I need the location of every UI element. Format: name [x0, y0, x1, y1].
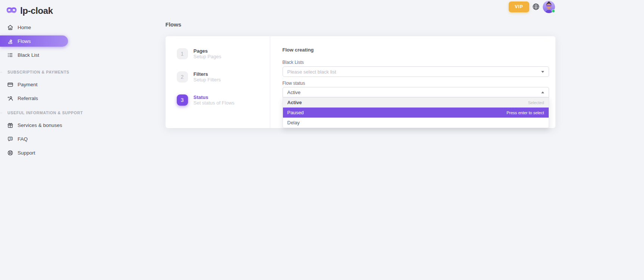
- option-label: Delay: [287, 120, 300, 125]
- flow-status-dropdown: Active Selected Paused Press enter to se…: [283, 97, 549, 128]
- flow-status-value: Active: [287, 90, 541, 95]
- sidebar-item-home[interactable]: Home: [0, 22, 77, 33]
- app-root: lp-cloak Home: [0, 0, 644, 280]
- sidebar-item-faq[interactable]: ?! FAQ: [0, 133, 77, 144]
- black-lists-label: Black Lists: [283, 60, 549, 65]
- step-subtitle: Setup Pages: [194, 54, 221, 59]
- sidebar-section-label: SUBSCRIPTION & PAYMENTS: [7, 70, 69, 74]
- flow-status-label: Flow status: [283, 81, 549, 86]
- step-status[interactable]: 3 Status Set status of Flows: [177, 94, 270, 106]
- step-filters[interactable]: 2 Filters Setup Filters: [177, 71, 270, 83]
- sidebar-item-label: Support: [18, 150, 35, 156]
- sidebar-nav: Home Flows: [0, 22, 77, 158]
- person-add-icon: [7, 95, 13, 102]
- sidebar-item-flows[interactable]: Flows: [0, 35, 68, 47]
- step-subtitle: Set status of Flows: [194, 100, 235, 106]
- gift-icon: [7, 122, 13, 128]
- option-delay[interactable]: Delay: [283, 118, 549, 128]
- flow-creating-form: Flow creating Black Lists Flow status Ac…: [270, 36, 555, 128]
- sidebar-section-subscription: SUBSCRIPTION & PAYMENTS: [0, 69, 77, 75]
- sidebar-item-label: Services & bonuses: [18, 122, 62, 128]
- flows-stack-icon: [7, 38, 13, 44]
- sidebar-item-label: Home: [18, 25, 31, 30]
- main-content: Flows 1 Pages Setup Pages 2 Filters: [77, 0, 644, 128]
- black-lists-input[interactable]: [287, 69, 541, 75]
- sidebar-item-black-list[interactable]: Black List: [0, 49, 77, 60]
- sidebar-item-support[interactable]: Support: [0, 147, 77, 158]
- step-title: Status: [194, 94, 235, 100]
- wizard-steps-panel: 1 Pages Setup Pages 2 Filters Setup Filt…: [166, 36, 270, 128]
- sidebar-item-label: FAQ: [18, 136, 28, 142]
- step-subtitle: Setup Filters: [194, 77, 221, 83]
- page-title: Flows: [166, 0, 555, 28]
- step-number-badge: 1: [177, 48, 188, 59]
- form-title: Flow creating: [283, 47, 549, 53]
- chevron-up-icon: [541, 91, 544, 93]
- sidebar: lp-cloak Home: [0, 0, 77, 280]
- list-icon: [7, 52, 13, 58]
- sidebar-item-label: Flows: [18, 38, 31, 44]
- chat-question-icon: ?!: [7, 136, 13, 142]
- flow-status-select[interactable]: Active: [283, 87, 549, 97]
- option-active[interactable]: Active Selected: [283, 97, 549, 108]
- step-number-badge: 3: [177, 94, 188, 106]
- step-title: Filters: [194, 71, 221, 77]
- sidebar-item-label: Payment: [18, 82, 37, 87]
- flow-wizard-card: 1 Pages Setup Pages 2 Filters Setup Filt…: [166, 36, 555, 128]
- option-label: Active: [287, 100, 302, 105]
- sidebar-item-label: Black List: [18, 52, 39, 58]
- sidebar-item-label: Referrals: [18, 96, 38, 101]
- sidebar-section-label: USEFUL INFORMATION & SUPPORT: [7, 111, 83, 115]
- option-state: Selected: [528, 100, 544, 105]
- black-lists-select[interactable]: [283, 66, 549, 77]
- sidebar-item-services-bonuses[interactable]: Services & bonuses: [0, 119, 77, 131]
- sidebar-section-support: USEFUL INFORMATION & SUPPORT: [0, 110, 77, 116]
- step-number-badge: 2: [177, 71, 188, 83]
- mask-icon: [6, 6, 18, 16]
- option-state: Press enter to select: [506, 111, 544, 115]
- lifebuoy-icon: [7, 150, 13, 156]
- sidebar-item-payment[interactable]: Payment: [0, 79, 77, 90]
- sidebar-item-referrals[interactable]: Referrals: [0, 93, 77, 104]
- logo[interactable]: lp-cloak: [0, 4, 77, 18]
- step-pages[interactable]: 1 Pages Setup Pages: [177, 48, 270, 59]
- option-label: Paused: [287, 110, 304, 115]
- chevron-down-icon: [541, 71, 544, 73]
- home-icon: [7, 24, 13, 31]
- svg-text:?!: ?!: [9, 137, 12, 140]
- credit-card-icon: [7, 81, 13, 88]
- app-title: lp-cloak: [20, 6, 53, 16]
- option-paused[interactable]: Paused Press enter to select: [283, 108, 549, 118]
- step-title: Pages: [194, 48, 221, 54]
